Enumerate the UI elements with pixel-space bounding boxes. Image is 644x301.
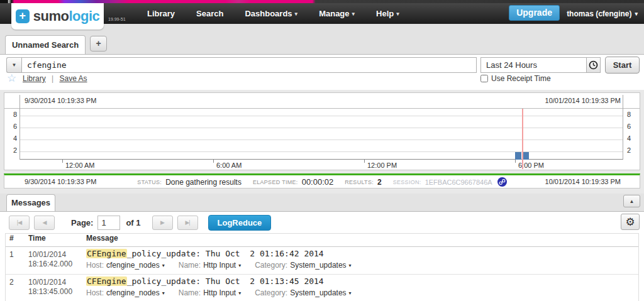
row-time: 10/01/201418:13:45.000 <box>28 278 72 297</box>
gridline <box>20 140 623 140</box>
query-history-dropdown-button[interactable]: ▼ <box>6 57 21 73</box>
axis-tick <box>623 95 623 109</box>
status-value: Done gathering results <box>165 178 242 187</box>
chevron-down-icon: ▾ <box>162 263 165 268</box>
category-dropdown[interactable]: Category:System_updates▾ <box>255 288 351 297</box>
time-range-input[interactable] <box>480 57 586 73</box>
chevron-down-icon: ▾ <box>349 263 352 268</box>
gridline <box>20 128 623 128</box>
chart-header: 9/30/2014 10:19:33 PM 10/01/2014 10:19:3… <box>4 93 640 109</box>
highlighted-term: CFEngine <box>86 276 127 286</box>
name-dropdown[interactable]: Name:Http Input▾ <box>179 261 241 270</box>
use-receipt-time: Use Receipt Time <box>480 74 551 83</box>
table-row: 2 10/01/201418:13:45.000 CFEngine_policy… <box>6 275 638 301</box>
chevron-down-icon: ▾ <box>349 290 352 296</box>
y-axis-label: 8 <box>6 111 17 118</box>
name-dropdown[interactable]: Name:Http Input▾ <box>179 288 241 297</box>
time-marker-line <box>522 109 523 169</box>
session-label: SESSION: <box>393 179 421 185</box>
new-tab-button[interactable]: + <box>90 36 107 52</box>
chevron-down-icon: ▾ <box>635 11 638 17</box>
collapse-panel-button[interactable]: ▲ <box>623 195 640 207</box>
histogram-plot[interactable]: 12:00 AM 6:00 AM 12:00 PM 6:00 PM <box>19 109 623 160</box>
messages-table: # Time Message 1 10/01/201418:16:42.000 … <box>5 233 639 301</box>
chevron-down-icon: ▾ <box>238 290 241 296</box>
logo-logic: logic <box>69 8 99 24</box>
page-number-input[interactable] <box>97 216 120 230</box>
triangle-up-icon: ▲ <box>630 199 635 204</box>
start-button[interactable]: Start <box>605 57 640 74</box>
nav-library[interactable]: Library <box>147 9 175 18</box>
library-link[interactable]: Library <box>23 74 46 83</box>
version-label: 19.99-51 <box>108 17 126 21</box>
highlighted-term: CFEngine <box>86 249 127 258</box>
logo-sumo: sumo <box>33 8 69 24</box>
y-axis-label: 6 <box>6 123 17 130</box>
row-number: 1 <box>9 250 14 259</box>
histogram-panel: 9/30/2014 10:19:33 PM 10/01/2014 10:19:3… <box>4 92 640 170</box>
elapsed-value: 00:00:02 <box>302 177 334 187</box>
chevron-down-icon: ▾ <box>162 290 165 296</box>
messages-tab-row: Messages ▲ <box>0 194 644 211</box>
x-axis-tick <box>62 160 63 163</box>
user-menu[interactable]: thomas (cfengine) ▾ <box>567 3 638 24</box>
settings-button[interactable]: ⚙ <box>621 214 640 230</box>
log-message: CFEngine_policy_update: Thu Oct 2 01:16:… <box>86 249 324 258</box>
results-value: 2 <box>377 178 382 187</box>
y-axis-label: 2 <box>627 146 638 154</box>
logo-plus-icon: + <box>16 9 30 23</box>
results-label: RESULTS: <box>345 179 374 185</box>
chart-start-time: 9/30/2014 10:19:33 PM <box>25 97 96 104</box>
page-count-label: of 1 <box>126 218 140 227</box>
session-value: 1EFBAC6C9667846A <box>425 178 492 186</box>
logreduce-button[interactable]: LogReduce <box>208 215 272 231</box>
y-axis-label: 4 <box>627 134 638 142</box>
chevron-down-icon: ▾ <box>352 11 355 17</box>
nav-search[interactable]: Search <box>196 9 223 18</box>
upgrade-button[interactable]: Upgrade <box>509 5 560 21</box>
messages-panel: |◀ ◀ Page: of 1 ▶ ▶| LogReduce ⚙ # Time … <box>0 211 644 301</box>
host-dropdown[interactable]: Host:cfengine_nodes▾ <box>86 261 165 270</box>
prev-page-button[interactable]: ◀ <box>34 216 55 230</box>
host-dropdown[interactable]: Host:cfengine_nodes▾ <box>86 288 165 297</box>
category-dropdown[interactable]: Category:System_updates▾ <box>255 261 351 270</box>
x-axis-label: 6:00 AM <box>216 161 242 169</box>
nav-manage[interactable]: Manage▾ <box>319 9 355 18</box>
table-header: # Time Message <box>6 234 638 247</box>
status-summary: STATUS: Done gathering results ELAPSED T… <box>4 175 640 189</box>
row-time: 10/01/201418:16:42.000 <box>28 250 72 269</box>
favorite-star-icon[interactable]: ☆ <box>7 73 16 84</box>
row-number: 2 <box>9 278 14 287</box>
nav-help[interactable]: Help▾ <box>376 9 399 18</box>
chart-end-time: 10/01/2014 10:19:33 PM <box>545 97 621 104</box>
sumologic-logo[interactable]: + sumologic <box>11 3 104 30</box>
time-range-clock-button[interactable] <box>586 57 601 73</box>
chevron-down-icon: ▾ <box>295 11 298 17</box>
header-message: Message <box>86 234 118 243</box>
y-axis-label: 6 <box>627 123 638 130</box>
nav-dashboards[interactable]: Dashboards▾ <box>245 9 297 18</box>
gridline <box>20 116 623 116</box>
session-link-icon[interactable] <box>497 177 507 187</box>
x-axis-tick <box>515 160 516 163</box>
clock-icon <box>589 60 598 70</box>
header-time: Time <box>28 234 46 243</box>
tab-unnamed-search[interactable]: Unnamed Search <box>5 35 86 54</box>
gridline <box>20 151 623 152</box>
chevron-down-icon: ▼ <box>12 62 17 68</box>
axis-tick <box>19 95 20 109</box>
log-message: CFEngine_policy_update: Thu Oct 2 01:13:… <box>86 276 324 286</box>
tab-messages[interactable]: Messages <box>6 194 55 211</box>
gear-icon: ⚙ <box>625 216 635 228</box>
first-page-button[interactable]: |◀ <box>9 216 30 230</box>
histogram-bar <box>515 152 521 160</box>
search-links: Library | Save As <box>23 74 87 83</box>
last-page-button[interactable]: ▶| <box>177 216 198 230</box>
save-as-link[interactable]: Save As <box>60 74 87 83</box>
messages-toolbar: |◀ ◀ Page: of 1 ▶ ▶| LogReduce ⚙ <box>0 212 644 233</box>
use-receipt-time-checkbox[interactable] <box>480 75 488 82</box>
status-label: STATUS: <box>137 179 162 185</box>
message-metadata: Host:cfengine_nodes▾ Name:Http Input▾ Ca… <box>86 261 352 270</box>
query-input[interactable] <box>21 57 477 73</box>
next-page-button[interactable]: ▶ <box>152 216 173 230</box>
